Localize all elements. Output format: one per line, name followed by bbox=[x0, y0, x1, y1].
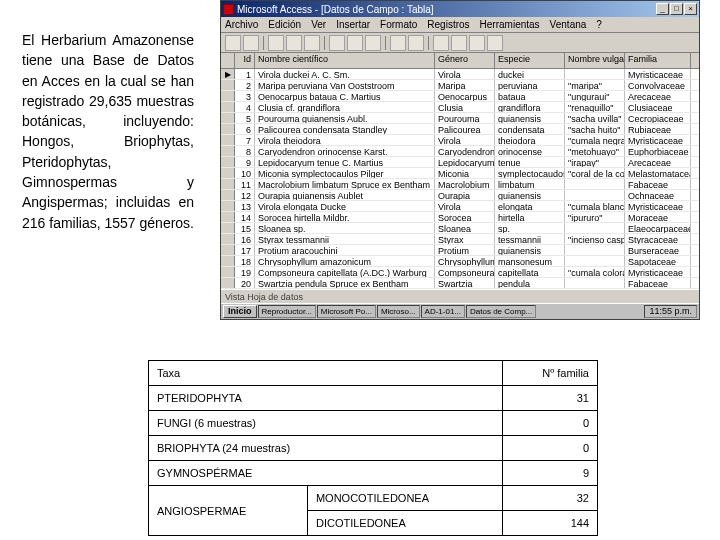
grid-cell[interactable]: Caryodendron orinocense Karst. bbox=[255, 146, 435, 156]
grid-header[interactable]: Nombre científico bbox=[255, 53, 435, 68]
grid-cell[interactable]: Clusia cf. grandiflora bbox=[255, 102, 435, 112]
grid-cell[interactable]: Virola duckei A. C. Sm. bbox=[255, 69, 435, 79]
data-grid[interactable]: Id Nombre científico Género Especie Nomb… bbox=[221, 53, 699, 291]
toolbar-icon[interactable] bbox=[469, 35, 485, 51]
grid-cell[interactable]: 3 bbox=[235, 91, 255, 101]
table-row[interactable]: 18Chrysophyllum amazonicumChrysophyllumm… bbox=[221, 256, 699, 267]
menu-item[interactable]: Insertar bbox=[336, 19, 370, 30]
grid-cell[interactable]: pendula bbox=[495, 278, 565, 288]
grid-header[interactable]: Nombre vulgar bbox=[565, 53, 625, 68]
toolbar-icon[interactable] bbox=[304, 35, 320, 51]
grid-cell[interactable]: "ipururo" bbox=[565, 212, 625, 222]
grid-cell[interactable]: bataua bbox=[495, 91, 565, 101]
grid-cell[interactable]: sp. bbox=[495, 223, 565, 233]
grid-cell[interactable]: Lepidocaryum bbox=[435, 157, 495, 167]
grid-cell[interactable]: 14 bbox=[235, 212, 255, 222]
menu-item[interactable]: Formato bbox=[380, 19, 417, 30]
grid-cell[interactable]: Cecropiaceae bbox=[625, 113, 691, 123]
grid-cell[interactable]: 6 bbox=[235, 124, 255, 134]
grid-cell[interactable]: 17 bbox=[235, 245, 255, 255]
grid-cell[interactable]: 8 bbox=[235, 146, 255, 156]
grid-cell[interactable] bbox=[221, 102, 235, 112]
grid-cell[interactable]: Styracaceae bbox=[625, 234, 691, 244]
table-row[interactable]: 11Macrolobium limbatum Spruce ex Bentham… bbox=[221, 179, 699, 190]
grid-cell[interactable]: guianensis bbox=[495, 245, 565, 255]
grid-cell[interactable] bbox=[565, 179, 625, 189]
grid-cell[interactable]: Ochnaceae bbox=[625, 190, 691, 200]
grid-cell[interactable]: duckei bbox=[495, 69, 565, 79]
table-row[interactable]: 15Sloanea sp.Sloaneasp.Elaeocarpaceae bbox=[221, 223, 699, 234]
grid-cell[interactable]: 12 bbox=[235, 190, 255, 200]
grid-cell[interactable]: Myristicaceae bbox=[625, 267, 691, 277]
grid-cell[interactable] bbox=[565, 223, 625, 233]
table-row[interactable]: 19Compsoneura capitellata (A.DC.) Warbur… bbox=[221, 267, 699, 278]
grid-cell[interactable]: Palicourea condensata Standley bbox=[255, 124, 435, 134]
grid-cell[interactable]: Compsoneura bbox=[435, 267, 495, 277]
grid-cell[interactable]: Myristicaceae bbox=[625, 69, 691, 79]
grid-cell[interactable] bbox=[221, 113, 235, 123]
grid-header[interactable] bbox=[221, 53, 235, 68]
menu-item[interactable]: Ventana bbox=[550, 19, 587, 30]
table-row[interactable]: 9Lepidocaryum tenue C. MartiusLepidocary… bbox=[221, 157, 699, 168]
table-row[interactable]: 8Caryodendron orinocense Karst.Caryodend… bbox=[221, 146, 699, 157]
toolbar-icon[interactable] bbox=[329, 35, 345, 51]
grid-cell[interactable]: Oenocarpus bbox=[435, 91, 495, 101]
grid-cell[interactable]: Maripa bbox=[435, 80, 495, 90]
grid-cell[interactable]: symplectocaudos bbox=[495, 168, 565, 178]
grid-cell[interactable]: "unguraui" bbox=[565, 91, 625, 101]
grid-cell[interactable]: 5 bbox=[235, 113, 255, 123]
grid-cell[interactable]: tenue bbox=[495, 157, 565, 167]
grid-cell[interactable]: "sacha uvilla" bbox=[565, 113, 625, 123]
grid-cell[interactable] bbox=[565, 190, 625, 200]
grid-cell[interactable] bbox=[221, 201, 235, 211]
grid-cell[interactable] bbox=[221, 91, 235, 101]
grid-cell[interactable]: capitellata bbox=[495, 267, 565, 277]
grid-cell[interactable]: 20 bbox=[235, 278, 255, 288]
grid-cell[interactable]: Styrax tessmannii bbox=[255, 234, 435, 244]
grid-cell[interactable] bbox=[221, 256, 235, 266]
grid-cell[interactable] bbox=[221, 234, 235, 244]
grid-cell[interactable]: Macrolobium limbatum Spruce ex Bentham bbox=[255, 179, 435, 189]
taskbar-item[interactable]: Microso... bbox=[377, 305, 420, 318]
grid-cell[interactable]: Miconia bbox=[435, 168, 495, 178]
grid-cell[interactable]: 19 bbox=[235, 267, 255, 277]
grid-cell[interactable]: Palicourea bbox=[435, 124, 495, 134]
grid-cell[interactable]: 11 bbox=[235, 179, 255, 189]
grid-cell[interactable]: "cumala negra" bbox=[565, 135, 625, 145]
grid-cell[interactable]: 18 bbox=[235, 256, 255, 266]
grid-cell[interactable]: Ourapia guianensis Aublet bbox=[255, 190, 435, 200]
grid-cell[interactable]: Myristicaceae bbox=[625, 135, 691, 145]
grid-cell[interactable]: peruviana bbox=[495, 80, 565, 90]
taskbar-item[interactable]: Microsoft Po... bbox=[317, 305, 376, 318]
taskbar-item[interactable]: Datos de Comp... bbox=[466, 305, 536, 318]
menu-item[interactable]: Ver bbox=[311, 19, 326, 30]
grid-cell[interactable]: "sacha huito" bbox=[565, 124, 625, 134]
grid-cell[interactable]: Protium bbox=[435, 245, 495, 255]
grid-cell[interactable]: orinocense bbox=[495, 146, 565, 156]
grid-cell[interactable]: Virola bbox=[435, 69, 495, 79]
minimize-button[interactable]: _ bbox=[656, 3, 669, 15]
grid-cell[interactable] bbox=[221, 190, 235, 200]
grid-cell[interactable] bbox=[221, 146, 235, 156]
grid-cell[interactable]: tessmannii bbox=[495, 234, 565, 244]
grid-cell[interactable]: Pourouma bbox=[435, 113, 495, 123]
grid-header[interactable]: Género bbox=[435, 53, 495, 68]
grid-cell[interactable] bbox=[565, 278, 625, 288]
grid-cell[interactable]: Lepidocaryum tenue C. Martius bbox=[255, 157, 435, 167]
grid-cell[interactable]: condensata bbox=[495, 124, 565, 134]
menu-item[interactable]: Archivo bbox=[225, 19, 258, 30]
grid-cell[interactable]: Euphorbiaceae bbox=[625, 146, 691, 156]
menu-item[interactable]: Edición bbox=[268, 19, 301, 30]
grid-header[interactable]: Id bbox=[235, 53, 255, 68]
grid-cell[interactable]: 15 bbox=[235, 223, 255, 233]
taskbar-item[interactable]: Reproductor... bbox=[258, 305, 316, 318]
grid-cell[interactable]: guianensis bbox=[495, 190, 565, 200]
table-row[interactable]: 12Ourapia guianensis AubletOurapiaguiane… bbox=[221, 190, 699, 201]
grid-cell[interactable]: Compsoneura capitellata (A.DC.) Warburg bbox=[255, 267, 435, 277]
grid-cell[interactable] bbox=[221, 223, 235, 233]
close-button[interactable]: × bbox=[684, 3, 697, 15]
grid-cell[interactable]: hirtella bbox=[495, 212, 565, 222]
maximize-button[interactable]: □ bbox=[670, 3, 683, 15]
grid-header[interactable]: Familia bbox=[625, 53, 691, 68]
grid-header[interactable]: Especie bbox=[495, 53, 565, 68]
